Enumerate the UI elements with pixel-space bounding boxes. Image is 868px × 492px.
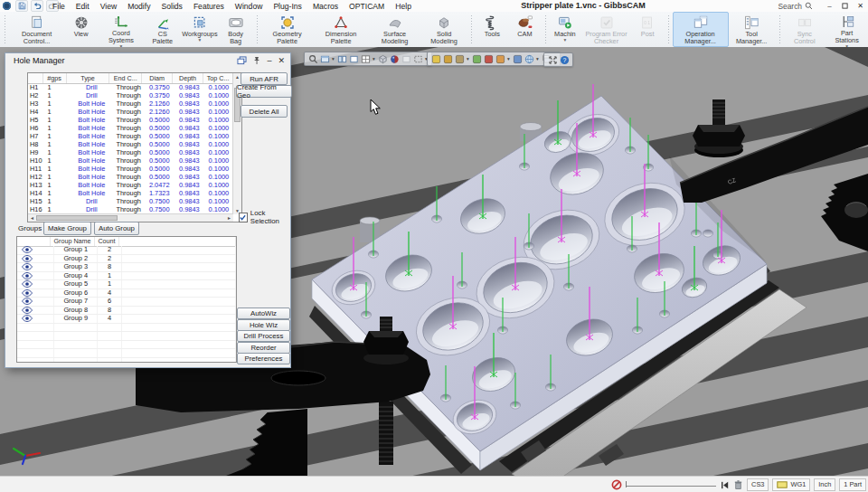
scroll-left-icon[interactable]: ◄ <box>28 214 36 222</box>
toolbar-workgroups-button[interactable]: Workgroups▾ <box>180 12 219 47</box>
visibility-eye-icon[interactable] <box>17 315 54 323</box>
toolbar-document-control-button[interactable]: Document Control... <box>9 12 65 47</box>
scroll-right-icon[interactable]: ► <box>225 214 233 222</box>
group-table-rows[interactable]: Group 12Group 22Group 38Group 41Group 51… <box>17 246 236 362</box>
search-box[interactable]: Search <box>778 2 813 11</box>
visibility-eye-icon[interactable] <box>17 263 54 271</box>
menu-features[interactable]: Features <box>188 2 230 11</box>
hole-row[interactable]: H61Bolt HoleThrough0.50000.98430.1000 <box>28 124 233 132</box>
chevron-down-icon[interactable]: ▾ <box>563 38 566 42</box>
toolbar-view-button[interactable]: View <box>65 12 98 47</box>
hole-row[interactable]: H71Bolt HoleThrough0.50000.98430.1000 <box>28 132 233 140</box>
group-row[interactable]: Group 41 <box>17 272 236 281</box>
hole[interactable] <box>703 230 713 237</box>
hole-row[interactable]: H101Bolt HoleThrough0.50000.98430.1000 <box>28 156 233 165</box>
stop-icon[interactable] <box>611 479 622 490</box>
group-row[interactable]: Group 51 <box>17 280 236 289</box>
column-header[interactable]: Type <box>67 73 110 83</box>
stock-display-icon[interactable] <box>471 53 482 64</box>
trash-icon[interactable] <box>733 479 743 490</box>
toolbar-cs-palette-button[interactable]: CS Palette <box>145 12 180 47</box>
group-row[interactable]: Group 88 <box>17 307 236 316</box>
render-mode-icon[interactable] <box>454 53 465 64</box>
hole-row[interactable]: H161DrillThrough0.75000.98430.1000 <box>28 205 233 213</box>
group-row[interactable]: Group 38 <box>17 263 236 272</box>
group-row[interactable]: Group 76 <box>17 298 236 307</box>
hidden-line-icon[interactable] <box>401 53 411 64</box>
visibility-eye-icon[interactable] <box>17 289 54 298</box>
toolbar-part-stations-button[interactable]: Part Stations▾ <box>826 12 868 47</box>
column-header[interactable]: #gps <box>43 73 67 83</box>
hole-row[interactable]: H141Bolt HoleThrough1.73230.98430.1000 <box>28 189 233 197</box>
maximize-button[interactable] <box>837 0 853 12</box>
create-from-geo-button[interactable]: Create From Geo <box>236 85 292 98</box>
toolbar-body-bag-button[interactable]: Body Bag <box>220 12 252 47</box>
column-header[interactable]: Top C... <box>203 73 233 83</box>
toolbar-drag-handle[interactable] <box>256 14 259 44</box>
part-count-cell[interactable]: 1 Part <box>839 478 866 491</box>
float-window-icon[interactable] <box>237 55 247 65</box>
visibility-eye-icon[interactable] <box>17 246 54 254</box>
toolbar-machin-button[interactable]: Machin▾ <box>549 12 581 47</box>
dropdown-caret-icon[interactable]: ▾ <box>535 56 540 62</box>
single-view-icon[interactable] <box>348 53 359 64</box>
menu-file[interactable]: File <box>47 2 71 11</box>
tool-display-icon[interactable] <box>495 53 505 64</box>
minimize-button[interactable]: – <box>822 0 837 12</box>
hole-row[interactable]: H151DrillThrough0.75000.98430.1000 <box>28 197 233 205</box>
visibility-eye-icon[interactable] <box>17 255 54 263</box>
dropdown-caret-icon[interactable]: ▾ <box>466 56 470 62</box>
toolbar-drag-handle[interactable] <box>778 14 782 44</box>
hole-row[interactable]: H51Bolt HoleThrough0.50000.98430.1000 <box>28 116 233 124</box>
horizontal-scrollbar[interactable]: ◄ ► <box>28 213 233 222</box>
zoom-tool-icon[interactable] <box>307 53 318 64</box>
lock-selection-checkbox[interactable]: Lock Selection <box>239 209 290 225</box>
group-row[interactable]: Group 94 <box>17 315 236 324</box>
fixture-display-icon[interactable] <box>483 53 494 64</box>
scrollbar-thumb[interactable] <box>36 215 118 221</box>
skip-back-icon[interactable] <box>720 480 730 490</box>
machine-sim-icon[interactable] <box>512 53 523 64</box>
toolbar-coord-systems-button[interactable]: Coord Systems▾ <box>98 12 146 47</box>
hole-row[interactable]: H91Bolt HoleThrough0.50000.98430.1000 <box>28 148 233 156</box>
autowiz-button[interactable]: AutoWiz <box>237 308 290 319</box>
column-header[interactable]: Diam <box>142 73 173 83</box>
toolbar-drag-handle[interactable] <box>470 14 474 44</box>
auto-group-button[interactable]: Auto Group <box>94 222 139 235</box>
dialog-minimize-icon[interactable]: – <box>267 55 271 65</box>
menu-help[interactable]: Help <box>390 2 417 11</box>
selection-box-icon[interactable] <box>412 53 423 64</box>
hole-row[interactable]: H31Bolt HoleThrough2.12600.98430.1000 <box>28 99 233 108</box>
hole-row[interactable]: H21DrillThrough0.37500.98430.1000 <box>28 91 233 99</box>
hole-row[interactable]: H121Bolt HoleThrough0.50000.98430.1000 <box>28 173 233 181</box>
pin-icon[interactable] <box>253 55 260 65</box>
world-view-icon[interactable] <box>524 53 534 64</box>
hole-row[interactable]: H131Bolt HoleThrough2.04720.98430.1000 <box>28 181 233 189</box>
shaded-sphere-icon[interactable] <box>389 53 400 64</box>
undo-button[interactable] <box>31 0 43 12</box>
make-group-button[interactable]: Make Group <box>43 222 91 235</box>
group-row[interactable]: Group 22 <box>17 255 236 264</box>
app-icon[interactable] <box>3 2 11 10</box>
toolbar-geometry-palette-button[interactable]: Geometry Palette <box>260 12 313 47</box>
hole-row[interactable]: H111Bolt HoleThrough0.50000.98430.1000 <box>28 165 233 173</box>
toolbar-tools-button[interactable]: Tools <box>476 12 508 47</box>
dropdown-caret-icon[interactable]: ▾ <box>331 56 335 62</box>
fullscreen-icon[interactable] <box>547 54 558 65</box>
lighting-icon[interactable] <box>430 53 441 64</box>
toolbar-cam-button[interactable]: CAM <box>508 12 541 47</box>
toolbar-drag-handle[interactable] <box>667 14 670 44</box>
column-header[interactable]: End C... <box>109 73 142 83</box>
toolbar-drag-handle[interactable] <box>4 14 7 44</box>
drill-process-button[interactable]: Drill Process <box>237 330 290 342</box>
group-table[interactable]: Group NameCount Group 12Group 22Group 38… <box>16 236 237 363</box>
dropdown-caret-icon[interactable]: ▾ <box>372 56 376 62</box>
chevron-down-icon[interactable]: ▾ <box>199 38 202 42</box>
menu-plug-ins[interactable]: Plug-Ins <box>268 2 307 11</box>
toolbar-solid-modeling-button[interactable]: Solid Modeling <box>421 12 467 47</box>
close-button[interactable]: ✕ <box>853 0 868 12</box>
view-layout-icon[interactable] <box>360 53 371 64</box>
isometric-view-icon[interactable] <box>377 53 388 64</box>
menu-solids[interactable]: Solids <box>156 2 187 11</box>
visibility-eye-icon[interactable] <box>17 307 54 315</box>
